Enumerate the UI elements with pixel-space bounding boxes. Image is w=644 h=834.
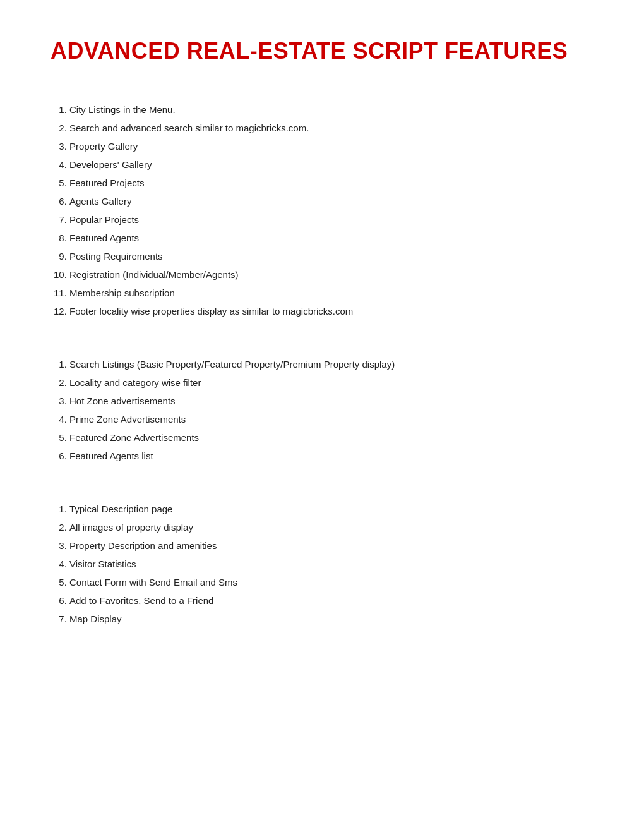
list-item: Property Gallery xyxy=(69,139,593,154)
list-item: Popular Projects xyxy=(69,212,593,227)
list-item: Property Description and amenities xyxy=(69,538,593,553)
list-item: Visitor Statistics xyxy=(69,557,593,572)
list-item: Posting Requirements xyxy=(69,249,593,264)
list-item: Search Listings (Basic Property/Featured… xyxy=(69,357,593,372)
list-item: Membership subscription xyxy=(69,286,593,301)
section-3: Typical Description pageAll images of pr… xyxy=(51,502,593,627)
page-title: Advanced Real-Estate SCRIPT FEATURES xyxy=(51,38,593,64)
list-item: Featured Agents xyxy=(69,231,593,246)
section-1: City Listings in the Menu.Search and adv… xyxy=(51,102,593,319)
list-item: Featured Projects xyxy=(69,176,593,191)
section-2-list: Search Listings (Basic Property/Featured… xyxy=(51,357,593,464)
list-item: All images of property display xyxy=(69,520,593,535)
list-item: Typical Description page xyxy=(69,502,593,517)
title-part2: Estate xyxy=(258,38,346,64)
list-item: Add to Favorites, Send to a Friend xyxy=(69,593,593,608)
list-item: Agents Gallery xyxy=(69,194,593,209)
list-item: Featured Agents list xyxy=(69,449,593,464)
list-item: Developers' Gallery xyxy=(69,157,593,172)
title-part1: Advanced Real xyxy=(51,38,250,64)
list-item: Hot Zone advertisements xyxy=(69,394,593,409)
title-separator: - xyxy=(250,38,258,64)
section-2: Search Listings (Basic Property/Featured… xyxy=(51,357,593,464)
list-item: Footer locality wise properties display … xyxy=(69,304,593,319)
title-part3: SCRIPT FEATURES xyxy=(353,38,568,64)
list-item: Registration (Individual/Member/Agents) xyxy=(69,267,593,282)
list-item: Contact Form with Send Email and Sms xyxy=(69,575,593,590)
list-item: Search and advanced search similar to ma… xyxy=(69,121,593,136)
list-item: Featured Zone Advertisements xyxy=(69,430,593,445)
section-3-list: Typical Description pageAll images of pr… xyxy=(51,502,593,627)
list-item: Locality and category wise filter xyxy=(69,375,593,390)
list-item: Map Display xyxy=(69,612,593,627)
list-item: City Listings in the Menu. xyxy=(69,102,593,118)
list-item: Prime Zone Advertisements xyxy=(69,412,593,427)
section-1-list: City Listings in the Menu.Search and adv… xyxy=(51,102,593,319)
